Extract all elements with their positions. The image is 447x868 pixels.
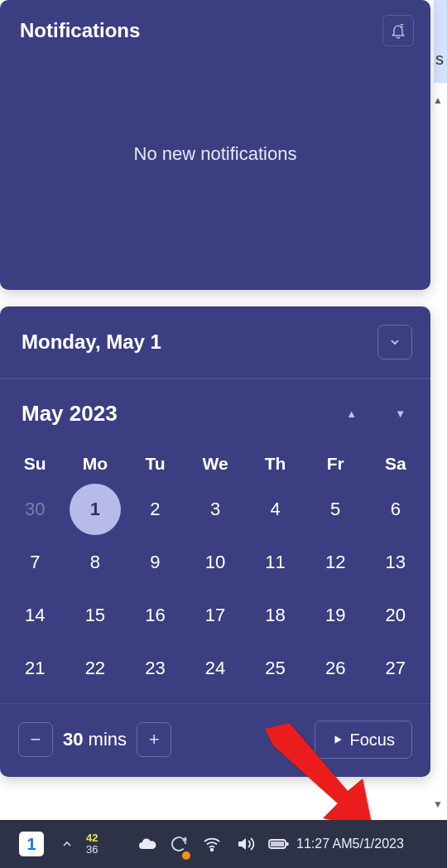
calendar-day[interactable]: 5: [305, 483, 366, 536]
calendar-day[interactable]: 25: [245, 642, 305, 695]
calendar-day[interactable]: 3: [185, 483, 246, 536]
triangle-down-icon: ▼: [395, 407, 406, 420]
taskbar-clock[interactable]: 11:27 AM 5/1/2023: [296, 820, 404, 868]
play-icon: [332, 734, 344, 745]
taskbar-time: 11:27 AM: [296, 837, 353, 851]
calendar-day[interactable]: 20: [365, 589, 425, 642]
calendar-day[interactable]: 6: [365, 483, 425, 536]
calendar-day[interactable]: 2: [125, 483, 185, 536]
weather-widget[interactable]: 42 36: [86, 820, 132, 868]
calendar-day[interactable]: 15: [65, 589, 126, 642]
focus-session-row: − 30 mins + Focus: [0, 703, 430, 764]
weather-high: 42: [86, 832, 98, 844]
taskbar-date: 5/1/2023: [353, 837, 404, 851]
calendar-day[interactable]: 26: [305, 642, 366, 695]
notifications-title: Notifications: [20, 19, 140, 42]
calendar-day[interactable]: 1: [65, 483, 126, 536]
calendar-day[interactable]: 24: [185, 642, 246, 695]
calendar-day[interactable]: 7: [5, 536, 65, 589]
taskbar: 1 42 36 11:27 AM 5/1/2023: [0, 820, 447, 868]
battery-tray-icon[interactable]: [262, 820, 295, 868]
calendar-day[interactable]: 30: [5, 483, 65, 536]
svg-point-2: [211, 849, 214, 851]
calendar-day[interactable]: 8: [65, 536, 126, 589]
calendar-day[interactable]: 14: [5, 589, 65, 642]
decrease-duration-button[interactable]: −: [18, 722, 53, 757]
calendar-day-today[interactable]: 1: [70, 484, 121, 535]
minus-icon: −: [31, 729, 41, 750]
calendar-day[interactable]: 18: [245, 589, 305, 642]
month-year-label[interactable]: May 2023: [22, 401, 118, 427]
do-not-disturb-button[interactable]: [382, 15, 414, 46]
calendar-grid: SuMoTuWeThFrSa 3012345678910111213141516…: [0, 436, 430, 695]
prev-month-button[interactable]: ▲: [346, 407, 357, 420]
wifi-tray-icon[interactable]: [195, 820, 228, 868]
collapse-button[interactable]: [377, 325, 412, 359]
calendar-day[interactable]: 23: [125, 642, 185, 695]
calendar-day[interactable]: 11: [245, 536, 305, 589]
focus-button-label: Focus: [350, 731, 395, 750]
calendar-day[interactable]: 10: [185, 536, 246, 589]
show-hidden-icons-button[interactable]: [48, 820, 86, 868]
dow-header: Su: [5, 445, 65, 483]
dow-header: We: [185, 445, 246, 483]
svg-marker-3: [238, 838, 246, 850]
dow-header: Tu: [125, 445, 185, 483]
start-focus-button[interactable]: Focus: [315, 721, 412, 759]
calendar-day[interactable]: 21: [5, 642, 65, 695]
plus-icon: +: [149, 729, 160, 750]
chevron-up-icon: [60, 837, 74, 851]
calendar-day[interactable]: 19: [305, 589, 366, 642]
notifications-panel: Notifications No new notifications: [0, 0, 430, 290]
selected-date-label: Monday, May 1: [22, 330, 161, 354]
triangle-up-icon: ▲: [346, 407, 357, 420]
notifications-empty-message: No new notifications: [0, 46, 430, 262]
calendar-day[interactable]: 17: [185, 589, 246, 642]
scroll-up-arrow[interactable]: ▲: [430, 93, 445, 108]
calendar-panel: Monday, May 1 May 2023 ▲ ▼ SuMoTuWeThFrS…: [0, 306, 430, 777]
scroll-down-arrow[interactable]: ▼: [430, 797, 445, 812]
calendar-day[interactable]: 27: [365, 642, 425, 695]
weather-cloud-icon[interactable]: [132, 820, 162, 868]
weather-low: 36: [86, 844, 98, 856]
bell-snooze-icon: [390, 22, 406, 39]
calendar-day[interactable]: 12: [305, 536, 366, 589]
background-ribbon: [434, 0, 447, 83]
calendar-day[interactable]: 4: [245, 483, 305, 536]
dow-header: Fr: [305, 445, 366, 483]
next-month-button[interactable]: ▼: [395, 407, 406, 420]
calendar-day[interactable]: 13: [365, 536, 425, 589]
sync-status-dot: [182, 851, 190, 860]
chevron-down-icon: [388, 335, 401, 349]
stray-text: s: [435, 50, 444, 69]
volume-tray-icon[interactable]: [228, 820, 262, 868]
focus-duration-label: 30 mins: [63, 729, 127, 750]
increase-duration-button[interactable]: +: [137, 722, 171, 757]
dow-header: Th: [245, 445, 305, 483]
dow-header: Mo: [65, 445, 126, 483]
dow-header: Sa: [365, 445, 425, 483]
svg-rect-6: [271, 841, 284, 846]
svg-marker-0: [334, 735, 341, 743]
calendar-day[interactable]: 16: [125, 589, 185, 642]
onedrive-tray-icon[interactable]: [162, 820, 195, 868]
taskbar-app-google-one[interactable]: 1: [15, 820, 48, 868]
calendar-day[interactable]: 9: [125, 536, 185, 589]
svg-rect-5: [286, 842, 289, 846]
calendar-day[interactable]: 22: [65, 642, 126, 695]
